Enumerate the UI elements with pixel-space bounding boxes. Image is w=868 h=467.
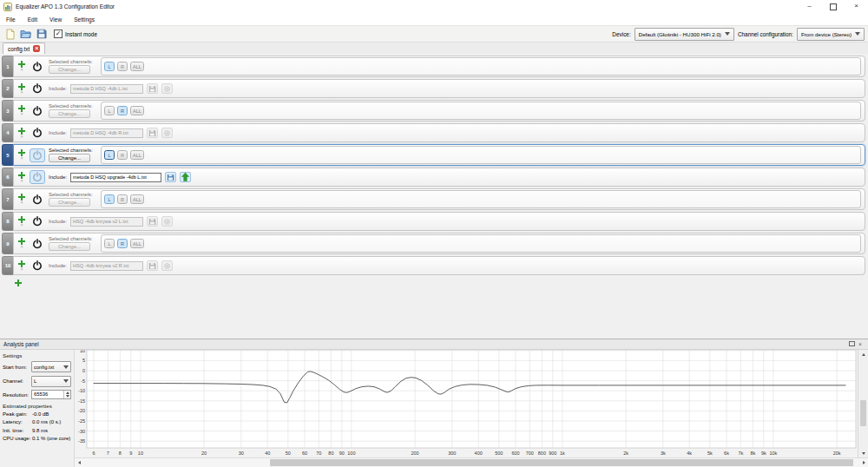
open-file-icon[interactable] — [19, 28, 32, 41]
open-parent-button[interactable] — [180, 172, 191, 182]
save-include-button[interactable] — [147, 83, 158, 94]
channel-all-button[interactable]: ALL — [130, 106, 144, 115]
include-path-input[interactable]: metoda D HSQ -4db L.txt — [70, 84, 143, 94]
scroll-up-icon[interactable] — [858, 350, 868, 358]
channel-l-button[interactable]: L — [104, 106, 115, 115]
edit-include-button[interactable] — [161, 128, 173, 138]
save-include-button[interactable] — [165, 172, 176, 182]
channel-select[interactable]: L — [31, 376, 71, 387]
include-path-input[interactable]: metoda D HSQ upgrade -4db L.txt — [70, 173, 161, 182]
change-channels-button[interactable]: Change... — [49, 198, 90, 207]
scroll-right-icon[interactable] — [859, 458, 868, 467]
channel-all-button[interactable]: ALL — [130, 194, 144, 204]
row-add-remove-controls[interactable]: × — [17, 61, 26, 72]
chart-horizontal-scrollbar[interactable] — [75, 457, 868, 467]
filter-row-4[interactable]: 4 × Include:metoda D HSQ -4db R.txt — [2, 123, 865, 142]
horizontal-scroll-thumb[interactable] — [270, 459, 853, 466]
edit-include-button[interactable] — [161, 83, 173, 94]
maximize-icon[interactable] — [821, 0, 845, 13]
tab-close-icon[interactable]: × — [33, 45, 40, 52]
remove-filter-icon[interactable]: × — [20, 201, 23, 205]
edit-include-button[interactable] — [161, 216, 173, 227]
include-path-input[interactable]: HSQ -4db krzywa v2 R.txt — [70, 261, 143, 271]
vertical-scroll-thumb[interactable] — [860, 400, 866, 426]
filter-row-6[interactable]: 6 × Include:metoda D HSQ upgrade -4db L.… — [2, 168, 865, 187]
power-toggle[interactable] — [30, 214, 45, 228]
save-include-button[interactable] — [147, 128, 158, 138]
row-add-remove-controls[interactable]: × — [17, 83, 26, 95]
save-include-button[interactable] — [147, 260, 158, 271]
channel-l-button[interactable]: L — [104, 62, 115, 71]
power-toggle[interactable] — [30, 148, 45, 162]
row-add-remove-controls[interactable]: × — [17, 172, 26, 183]
menu-settings[interactable]: Settings — [68, 16, 101, 23]
channel-r-button[interactable]: R — [117, 194, 128, 204]
change-channels-button[interactable]: Change... — [49, 109, 90, 118]
add-filter-icon[interactable] — [15, 280, 22, 286]
menu-file[interactable]: File — [0, 16, 22, 23]
include-path-input[interactable]: metoda D HSQ -4db R.txt — [70, 128, 143, 138]
undock-panel-icon[interactable] — [847, 340, 856, 349]
resolution-spinner[interactable]: 65536 — [31, 390, 71, 399]
remove-filter-icon[interactable]: × — [20, 68, 23, 72]
power-toggle[interactable] — [30, 104, 45, 118]
row-add-remove-controls[interactable]: × — [17, 216, 26, 227]
filter-row-9[interactable]: 9 × Selected channels:Change...LRALL — [2, 233, 865, 254]
close-icon[interactable]: × — [845, 0, 868, 13]
remove-filter-icon[interactable]: × — [20, 223, 23, 227]
new-file-icon[interactable] — [3, 28, 16, 41]
filter-row-5[interactable]: 5 × Selected channels:Change...LRALL — [2, 144, 865, 166]
channel-l-button[interactable]: L — [104, 150, 115, 160]
filter-row-10[interactable]: 10 × Include:HSQ -4db krzywa v2 R.txt — [2, 256, 865, 275]
channel-l-button[interactable]: L — [104, 239, 115, 248]
remove-filter-icon[interactable]: × — [20, 135, 23, 139]
channel-l-button[interactable]: L — [104, 194, 115, 204]
change-channels-button[interactable]: Change... — [49, 242, 90, 251]
filter-row-1[interactable]: 1 × Selected channels:Change...LRALL — [2, 56, 865, 77]
close-panel-icon[interactable]: × — [856, 340, 865, 349]
power-toggle[interactable] — [30, 126, 45, 140]
remove-filter-icon[interactable]: × — [20, 90, 23, 95]
channel-r-button[interactable]: R — [117, 106, 128, 115]
filter-row-3[interactable]: 3 × Selected channels:Change...LRALL — [2, 100, 865, 122]
scroll-left-icon[interactable] — [75, 458, 83, 467]
power-toggle[interactable] — [30, 170, 45, 184]
channel-r-button[interactable]: R — [117, 239, 128, 248]
device-select[interactable]: Default (Głośniki - HU300 HiFi 2.0) — [635, 28, 734, 41]
instant-mode-toggle[interactable]: ✓ Instant mode — [54, 30, 97, 38]
power-toggle[interactable] — [30, 237, 45, 251]
edit-include-button[interactable] — [161, 260, 173, 271]
menu-view[interactable]: View — [43, 16, 68, 23]
row-add-remove-controls[interactable]: × — [17, 194, 26, 205]
save-file-icon[interactable] — [35, 28, 48, 41]
channel-all-button[interactable]: ALL — [130, 239, 144, 248]
row-add-remove-controls[interactable]: × — [17, 128, 26, 139]
scroll-down-icon[interactable] — [858, 449, 868, 457]
filter-row-8[interactable]: 8 × Include:HSQ -4db krzywa v2 L.txt — [2, 212, 865, 231]
channel-r-button[interactable]: R — [117, 150, 128, 160]
row-add-remove-controls[interactable]: × — [17, 238, 26, 249]
channel-all-button[interactable]: ALL — [130, 62, 144, 71]
remove-filter-icon[interactable]: × — [20, 179, 23, 183]
power-toggle[interactable] — [30, 60, 45, 74]
remove-filter-icon[interactable]: × — [20, 156, 23, 161]
power-toggle[interactable] — [30, 82, 45, 95]
spinner-arrows[interactable] — [63, 391, 70, 398]
chart-vertical-scrollbar[interactable] — [858, 350, 868, 457]
tab-config-txt[interactable]: config.txt × — [3, 43, 45, 54]
power-toggle[interactable] — [30, 259, 45, 273]
remove-filter-icon[interactable]: × — [20, 267, 23, 272]
change-channels-button[interactable]: Change... — [49, 154, 90, 162]
row-add-remove-controls[interactable]: × — [17, 105, 26, 116]
row-add-remove-controls[interactable]: × — [17, 260, 26, 272]
row-add-remove-controls[interactable]: × — [17, 149, 26, 161]
start-from-select[interactable]: config.txt — [31, 361, 71, 372]
include-path-input[interactable]: HSQ -4db krzywa v2 L.txt — [70, 217, 143, 227]
channel-all-button[interactable]: ALL — [130, 150, 144, 160]
filter-row-7[interactable]: 7 × Selected channels:Change...LRALL — [2, 188, 865, 210]
channel-config-select[interactable]: From device (Stereo) — [797, 28, 865, 41]
change-channels-button[interactable]: Change... — [49, 65, 90, 74]
filter-row-2[interactable]: 2 × Include:metoda D HSQ -4db L.txt — [2, 79, 865, 98]
remove-filter-icon[interactable]: × — [20, 245, 23, 249]
menu-edit[interactable]: Edit — [22, 16, 43, 23]
